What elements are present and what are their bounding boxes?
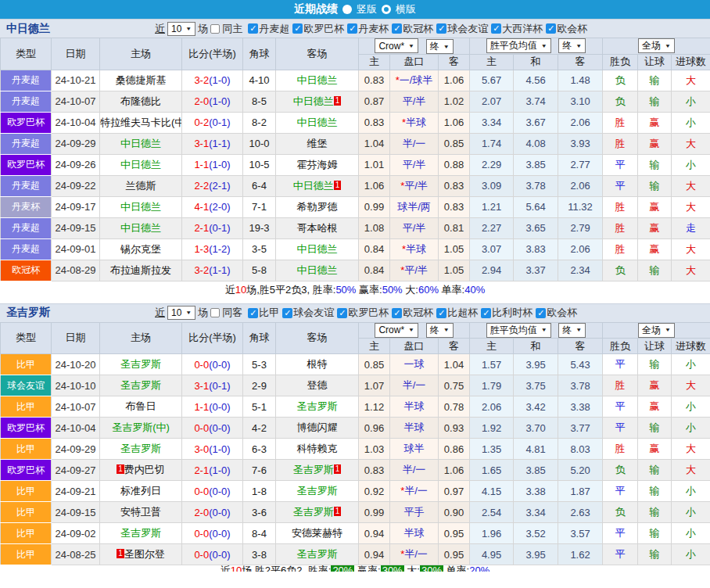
team-name[interactable]: 科特赖克	[297, 443, 338, 454]
team-name[interactable]: 圣吉罗斯	[297, 400, 338, 412]
odds-company-select[interactable]: Crow*▼	[375, 323, 418, 338]
league-filter-checkbox[interactable]	[292, 23, 303, 34]
odds-company-select[interactable]: Crow*▼	[375, 38, 418, 53]
away-team[interactable]: 登德	[276, 375, 359, 396]
team-name[interactable]: 兰德斯	[126, 180, 156, 192]
team-name[interactable]: 圣吉罗斯(中)	[112, 421, 170, 433]
team-name[interactable]: 中日德兰	[297, 264, 338, 276]
home-team[interactable]: 圣吉罗斯	[100, 523, 182, 544]
home-team[interactable]: 锡尔克堡	[100, 238, 182, 260]
team-name[interactable]: 安特卫普	[120, 506, 161, 518]
home-team[interactable]: 1费内巴切	[100, 460, 182, 481]
team-name[interactable]: 中日德兰	[297, 117, 338, 128]
league-filter-checkbox[interactable]	[337, 308, 347, 318]
home-team[interactable]: 中日德兰	[100, 217, 182, 238]
away-team[interactable]: 科特赖克	[276, 439, 359, 460]
recent-count-select[interactable]: 10▼	[167, 306, 195, 320]
team-name[interactable]: 费内巴切	[124, 464, 165, 475]
europe-odds-select[interactable]: 胜平负均值▼	[486, 38, 551, 53]
away-team[interactable]: 哥本哈根	[276, 217, 359, 238]
team-name[interactable]: 中日德兰	[293, 95, 334, 107]
away-team[interactable]: 中日德兰	[276, 260, 359, 281]
team-name[interactable]: 圣吉罗斯	[297, 485, 338, 497]
team-name[interactable]: 希勒罗德	[297, 201, 338, 213]
away-team[interactable]: 圣吉罗斯	[276, 481, 359, 502]
league-filter-checkbox[interactable]	[481, 308, 491, 318]
away-team[interactable]: 圣吉罗斯	[276, 396, 359, 418]
same-venue-checkbox[interactable]	[210, 24, 220, 34]
league-filter-checkbox[interactable]	[392, 23, 402, 34]
away-team[interactable]: 中日德兰	[276, 112, 359, 133]
home-team[interactable]: 布鲁日	[100, 396, 182, 418]
full-match-select[interactable]: 全场▼	[638, 38, 675, 53]
home-team[interactable]: 中日德兰	[100, 133, 182, 154]
home-team[interactable]: 圣吉罗斯(中)	[100, 418, 182, 439]
team-name[interactable]: 中日德兰	[120, 201, 161, 213]
league-filter-checkbox[interactable]	[536, 308, 546, 318]
team-name[interactable]: 特拉维夫马卡比(中)	[100, 117, 182, 128]
away-team[interactable]: 根特	[276, 354, 359, 375]
league-filter-checkbox[interactable]	[248, 308, 258, 318]
team-name[interactable]: 圣吉罗斯	[120, 358, 161, 370]
team-name[interactable]: 中日德兰	[120, 138, 161, 149]
handicap-final-select[interactable]: 终▼	[426, 323, 454, 338]
team-name[interactable]: 布隆德比	[120, 95, 161, 107]
team-name[interactable]: 桑德捷斯基	[116, 74, 167, 86]
europe-final-select[interactable]: 终▼	[558, 323, 586, 338]
team-name[interactable]: 圣吉罗斯	[293, 506, 334, 518]
same-venue-checkbox[interactable]	[210, 308, 220, 317]
home-team[interactable]: 特拉维夫马卡比(中)	[100, 112, 182, 133]
home-team[interactable]: 圣吉罗斯	[100, 439, 182, 460]
home-team[interactable]: 布隆德比	[100, 91, 182, 112]
league-filter-checkbox[interactable]	[436, 23, 446, 34]
recent-link[interactable]: 近	[155, 306, 165, 320]
away-team[interactable]: 霍芬海姆	[276, 154, 359, 175]
team-name[interactable]: 霍芬海姆	[297, 159, 338, 170]
horizontal-radio-icon[interactable]	[382, 5, 391, 14]
league-filter-checkbox[interactable]	[282, 308, 292, 318]
home-team[interactable]: 布拉迪斯拉发	[100, 260, 182, 281]
team-name[interactable]: 中日德兰	[120, 222, 161, 234]
league-filter-checkbox[interactable]	[546, 23, 556, 34]
full-match-select[interactable]: 全场▼	[638, 323, 675, 338]
team-name[interactable]: 哥本哈根	[297, 222, 338, 234]
team-name[interactable]: 博德闪耀	[297, 421, 338, 433]
home-team[interactable]: 安特卫普	[100, 502, 182, 523]
team-name[interactable]: 布鲁日	[126, 400, 156, 412]
team-name[interactable]: 中日德兰	[120, 159, 161, 170]
league-filter-checkbox[interactable]	[392, 308, 402, 318]
europe-final-select[interactable]: 终▼	[558, 38, 586, 53]
home-team[interactable]: 中日德兰	[100, 196, 182, 217]
away-team[interactable]: 中日德兰1	[276, 91, 359, 112]
league-filter-checkbox[interactable]	[347, 23, 357, 34]
away-team[interactable]: 中日德兰	[276, 70, 359, 91]
home-team[interactable]: 1圣图尔登	[100, 544, 182, 565]
away-team[interactable]: 希勒罗德	[276, 196, 359, 217]
team-name[interactable]: 圣图尔登	[124, 548, 165, 560]
europe-odds-select[interactable]: 胜平负均值▼	[486, 323, 551, 338]
team-name[interactable]: 中日德兰	[297, 243, 338, 255]
home-team[interactable]: 圣吉罗斯	[100, 354, 182, 375]
team-name[interactable]: 登德	[307, 379, 328, 391]
league-filter-checkbox[interactable]	[491, 23, 501, 34]
team-name[interactable]: 圣吉罗斯	[293, 464, 334, 475]
away-team[interactable]: 圣吉罗斯1	[276, 502, 359, 523]
vertical-label[interactable]: 竖版	[357, 2, 377, 16]
recent-link[interactable]: 近	[155, 22, 165, 36]
away-team[interactable]: 中日德兰1	[276, 175, 359, 196]
home-team[interactable]: 兰德斯	[100, 175, 182, 196]
away-team[interactable]: 圣吉罗斯1	[276, 460, 359, 481]
team-name[interactable]: 布拉迪斯拉发	[110, 264, 171, 276]
team-name[interactable]: 安德莱赫特	[292, 527, 342, 539]
team-name[interactable]: 圣吉罗斯	[120, 443, 161, 454]
vertical-radio-icon[interactable]	[342, 5, 352, 14]
team-name[interactable]: 圣吉罗斯	[120, 379, 161, 391]
away-team[interactable]: 安德莱赫特	[276, 523, 359, 544]
home-team[interactable]: 标准列日	[100, 481, 182, 502]
handicap-final-select[interactable]: 终▼	[426, 39, 454, 54]
recent-count-select[interactable]: 10▼	[167, 22, 195, 36]
team-name[interactable]: 中日德兰	[297, 74, 338, 86]
team-name[interactable]: 根特	[307, 358, 328, 370]
team-name[interactable]: 维堡	[307, 138, 328, 149]
away-team[interactable]: 中日德兰	[276, 238, 359, 260]
